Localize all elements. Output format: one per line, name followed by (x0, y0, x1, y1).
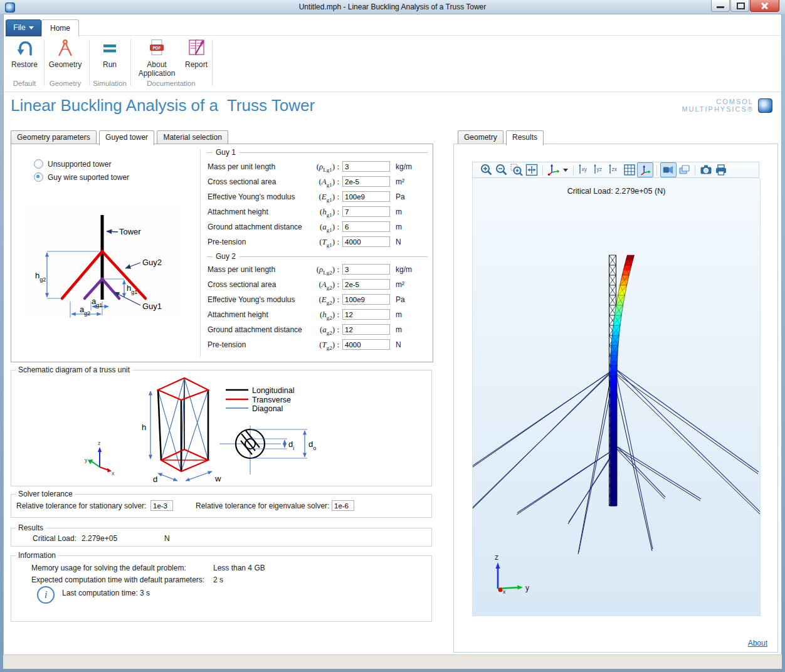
zoom-box-icon[interactable] (509, 163, 524, 177)
information-groupbox: Information Memory usage for solving the… (11, 555, 432, 622)
guy2-modulus-input[interactable] (342, 294, 390, 305)
window-title: Untitled.mph - Linear Buckling Analysis … (299, 3, 487, 11)
guy1-mass-input[interactable] (342, 161, 390, 172)
zoom-extents-icon[interactable] (524, 163, 539, 177)
view-yz-icon[interactable]: yz (592, 163, 607, 177)
svg-text:y: y (525, 584, 529, 592)
legend-longitudinal-label: Longitudinal (252, 386, 294, 395)
memory-usage-value: Less than 4 GB (213, 564, 265, 572)
guy2-mass-input[interactable] (342, 264, 390, 275)
close-button[interactable] (750, 0, 779, 12)
guy1-area-input[interactable] (342, 176, 390, 187)
guy2-label: Guy2 (142, 258, 162, 267)
run-button[interactable]: Run (92, 38, 127, 79)
last-computation-time: Last computation time: 3 s (62, 589, 150, 597)
tab-home[interactable]: Home (41, 19, 79, 37)
guy1-pretension-input[interactable] (342, 236, 390, 247)
comsol-logo: COMSOL MULTIPHYSICS® (682, 98, 772, 113)
group-label-simulation: Simulation (92, 80, 127, 87)
critical-load-label: Critical Load: (33, 534, 76, 543)
guy2-section-header: Guy 2 (207, 252, 428, 261)
guy2-ground-distance-input[interactable] (342, 324, 390, 335)
guy1-modulus-input[interactable] (342, 191, 390, 202)
computation-time-value: 2 s (213, 575, 223, 584)
svg-text:z: z (495, 553, 498, 562)
guy2-area-input[interactable] (342, 279, 390, 290)
eigenvalue-tolerance-label: Relative tolerance for eigenvalue solver… (196, 501, 329, 510)
app-icon (5, 3, 15, 13)
computation-time-label: Expected computation time with default p… (31, 575, 204, 584)
truss-unit-schematic: h d w Longitudinal Transverse Diagonal (64, 374, 359, 482)
view-xy-icon[interactable]: xy (577, 163, 592, 177)
ribbon: File Home Restore Geometry Run PDF (4, 14, 781, 92)
info-icon: i (37, 586, 55, 604)
title-bar: Untitled.mph - Linear Buckling Analysis … (0, 0, 785, 14)
buckling-mode-plot: z y x (473, 178, 760, 616)
pdf-document-icon: PDF (146, 38, 167, 60)
image-snapshot-icon[interactable] (698, 163, 714, 177)
undo-arrow-icon (14, 38, 35, 60)
svg-text:x: x (112, 470, 115, 476)
svg-text:z: z (98, 440, 101, 446)
grid-icon[interactable] (622, 163, 637, 177)
guy1-ground-distance-input[interactable] (342, 221, 390, 232)
maximize-button[interactable] (730, 0, 749, 12)
file-menu-button[interactable]: File (6, 19, 41, 36)
param-row: Effective Young's modulus (Eg1) : Pa (208, 191, 428, 203)
tab-geometry-view[interactable]: Geometry (458, 130, 503, 144)
transparency-icon[interactable] (677, 163, 692, 177)
stationary-tolerance-input[interactable] (150, 500, 173, 511)
geometry-button[interactable]: Geometry (46, 38, 85, 79)
zoom-out-icon[interactable] (494, 163, 509, 177)
plot-axis-triad: z y x (495, 553, 529, 595)
guyed-tower-panel: Unsupported tower Guy wire suported towe… (11, 144, 433, 362)
legend-diagonal-label: Diagonal (252, 404, 283, 413)
param-row: Effective Young's modulus (Eg2) : Pa (208, 293, 428, 306)
view-zx-icon[interactable]: zx (607, 163, 622, 177)
report-button[interactable]: Report (182, 38, 210, 79)
show-axis-orientation-icon[interactable] (637, 162, 653, 177)
minimize-button[interactable] (711, 0, 730, 12)
about-link[interactable]: About (748, 639, 767, 648)
param-row: Ground attachment distance (ag2) : m (208, 323, 428, 336)
param-row: Pre-tension (Tg2) : N (208, 339, 428, 351)
solver-tolerance-groupbox: Solver tolerance Relative tolerance for … (11, 494, 432, 518)
tower-label: Tower (119, 227, 141, 236)
param-row: Attachment height (hg1) : m (208, 206, 428, 218)
view-dropdown-arrow-icon[interactable] (561, 163, 570, 177)
schematic-title: Schematic diagram of a truss unit (16, 365, 132, 374)
tab-material-selection[interactable]: Material selection (157, 130, 228, 144)
guy2-pretension-input[interactable] (342, 339, 390, 350)
graphics-canvas[interactable]: Critical Load: 2.279e+05 (N) z y x (472, 178, 761, 616)
tab-geometry-parameters[interactable]: Geometry parameters (11, 130, 97, 144)
svg-text:zx: zx (612, 166, 618, 172)
schematic-groupbox: Schematic diagram of a truss unit h d (11, 370, 432, 486)
radio-icon (34, 159, 43, 169)
guy2-height-input[interactable] (342, 309, 390, 320)
guy1-section-header: Guy 1 (207, 148, 428, 157)
results-title: Results (16, 523, 46, 532)
print-icon[interactable] (714, 163, 729, 177)
information-title: Information (16, 551, 58, 560)
critical-load-unit: N (164, 534, 170, 543)
param-row: Cross sectional area (Ag2) : m² (208, 278, 428, 291)
restore-default-button[interactable]: Restore (7, 38, 42, 79)
memory-usage-label: Memory usage for solving the default pro… (31, 564, 186, 572)
group-label-documentation: Documentation (132, 80, 210, 87)
radio-guy-wire-supported-tower[interactable]: Guy wire suported tower (34, 172, 129, 182)
radio-unsupported-tower[interactable]: Unsupported tower (34, 159, 111, 169)
group-label-geometry: Geometry (46, 80, 85, 87)
chevron-down-icon (29, 26, 34, 29)
go-to-default-view-icon[interactable] (546, 163, 561, 177)
eigenvalue-tolerance-input[interactable] (332, 500, 354, 511)
zoom-in-icon[interactable] (479, 163, 494, 177)
param-row: Pre-tension (Tg1) : N (208, 236, 428, 248)
tab-guyed-tower[interactable]: Guyed tower (99, 130, 154, 145)
application-window: File Home Restore Geometry Run PDF (3, 14, 782, 655)
legend-transverse-label: Transverse (252, 396, 291, 404)
about-application-button[interactable]: PDF About Application (132, 38, 181, 79)
results-groupbox: Results Critical Load: 2.279e+05 N (11, 528, 432, 547)
tab-results-view[interactable]: Results (506, 130, 544, 145)
guy1-height-input[interactable] (342, 206, 390, 217)
scene-light-icon[interactable] (660, 162, 677, 177)
